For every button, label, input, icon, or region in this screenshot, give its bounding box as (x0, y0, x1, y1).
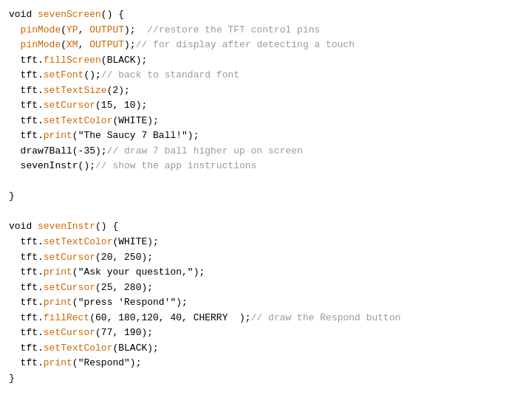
line-close-2: } (0, 371, 517, 387)
line-close-1: } (0, 189, 517, 204)
line-20: tft.print("press 'Respond'"); (0, 295, 517, 311)
line-23: tft.setTextColor(BLACK); (0, 341, 517, 357)
line-8: tft.setTextColor(WHITE); (0, 114, 517, 129)
line-15: void sevenInstr() { (0, 219, 517, 235)
fn-sevenScreen: sevenScreen (38, 9, 101, 20)
line-3: pinMode(XM, OUTPUT);// for display after… (0, 38, 517, 53)
punctuation: () { (101, 9, 124, 20)
line-21: tft.fillRect(60, 180,120, 40, CHERRY );/… (0, 311, 517, 326)
code-editor: void sevenScreen() { pinMode(YP, OUTPUT)… (0, 0, 517, 393)
line-blank-1 (0, 174, 517, 190)
line-17: tft.setCursor(20, 250); (0, 250, 517, 266)
kw-void: void (9, 9, 38, 20)
line-9: tft.print("The Saucy 7 Ball!"); (0, 128, 517, 144)
line-22: tft.setCursor(77, 190); (0, 326, 517, 341)
line-6: tft.setTextSize(2); (0, 83, 517, 99)
line-2: pinMode(YP, OUTPUT); //restore the TFT c… (0, 23, 517, 38)
line-24: tft.print("Respond"); (0, 356, 517, 371)
line-19: tft.setCursor(25, 280); (0, 280, 517, 296)
line-4: tft.fillScreen(BLACK); (0, 53, 517, 69)
line-18: tft.print("Ask your question,"); (0, 265, 517, 280)
line-5: tft.setFont();// back to standard font (0, 68, 517, 83)
line-16: tft.setTextColor(WHITE); (0, 235, 517, 250)
line-7: tft.setCursor(15, 10); (0, 98, 517, 114)
line-1: void sevenScreen() { (0, 7, 517, 23)
line-10: draw7Ball(-35);// draw 7 ball higher up … (0, 144, 517, 159)
line-blank-2 (0, 204, 517, 220)
line-11: sevenInstr();// show the app instruction… (0, 159, 517, 174)
